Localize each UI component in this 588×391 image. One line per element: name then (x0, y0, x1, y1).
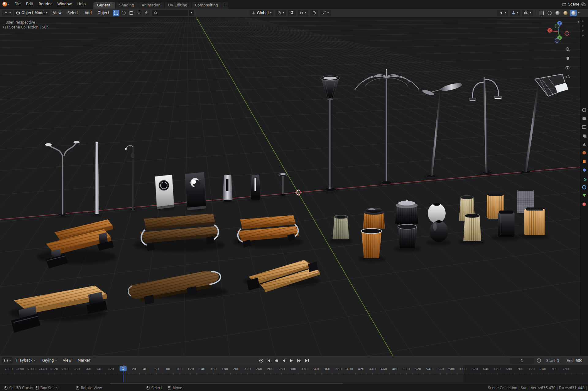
xray-toggle[interactable] (538, 10, 545, 16)
properties-tab-data-icon[interactable] (582, 194, 586, 198)
tool-select-box-button[interactable] (113, 10, 119, 16)
object-bench-curved-dark[interactable] (128, 271, 221, 305)
outliner-expand-icon[interactable]: ▸ (582, 19, 584, 22)
object-streetlamp-leaf[interactable] (422, 82, 463, 178)
shading-wireframe-button[interactable] (546, 10, 553, 16)
current-frame-indicator[interactable]: 1 (119, 366, 126, 371)
timeline-body[interactable]: -200-180-160-140-120-100-80-60-40-202040… (0, 365, 588, 385)
mode-dropdown[interactable]: Object Mode ▾ (14, 10, 50, 16)
timeline-editor-type-button[interactable]: ▾ (2, 357, 13, 364)
menu-object[interactable]: Object (95, 9, 112, 17)
properties-tab-view-layer-icon[interactable] (582, 134, 586, 138)
menu-marker[interactable]: Marker (75, 356, 93, 365)
object-lamp-column[interactable] (93, 142, 101, 215)
tool-select-lasso-button[interactable] (128, 10, 134, 16)
object-bollard-round[interactable] (279, 173, 287, 196)
properties-tab-scene-icon[interactable] (582, 142, 586, 146)
object-bin-dome-lid[interactable] (395, 200, 418, 224)
menu-select[interactable]: Select (65, 9, 81, 17)
object-lamp-thin-pole[interactable] (125, 145, 136, 211)
camera-view-icon[interactable] (565, 65, 570, 70)
menu-view-timeline[interactable]: View (60, 356, 74, 365)
tab-shading[interactable]: Shading (115, 2, 138, 9)
shading-material-button[interactable] (562, 10, 569, 16)
menu-edit[interactable]: Edit (23, 0, 36, 8)
shading-solid-button[interactable] (554, 10, 561, 16)
menu-playback[interactable]: Playback▾ (13, 356, 38, 365)
tool-transform-button[interactable] (143, 10, 150, 16)
timeline-scrollbar-thumb[interactable] (110, 383, 343, 384)
object-streetlamp-frame[interactable] (521, 74, 568, 173)
outliner-expand-icon[interactable]: ▸ (582, 24, 584, 27)
tool-select-circle-button[interactable] (120, 10, 127, 16)
properties-tab-modifiers-icon[interactable] (582, 168, 586, 172)
end-frame-field[interactable]: End600 (564, 358, 585, 364)
shading-rendered-button[interactable] (570, 10, 577, 16)
object-bollard-dark[interactable] (251, 175, 261, 200)
add-workspace-button[interactable]: + (222, 2, 228, 9)
menu-view[interactable]: View (51, 9, 64, 17)
zoom-tool-icon[interactable] (565, 47, 570, 52)
object-bin-lidded-wood[interactable] (363, 208, 385, 229)
play-button[interactable] (288, 358, 294, 363)
menu-help[interactable]: Help (74, 0, 88, 8)
snap-settings-dropdown[interactable]: ▾ (298, 10, 308, 16)
menu-keying[interactable]: Keying▾ (39, 356, 59, 365)
search-field[interactable] (152, 10, 188, 16)
object-bin-barrel-wood[interactable] (361, 229, 382, 258)
object-bin-fluted-tan-2[interactable] (463, 214, 481, 241)
snap-toggle-button[interactable] (288, 10, 296, 16)
tab-uv-editing[interactable]: UV Editing (164, 2, 191, 9)
overlays-dropdown[interactable]: ▾ (522, 10, 533, 16)
properties-tab-object-icon[interactable] (582, 159, 586, 163)
tab-general[interactable]: General (93, 2, 115, 9)
menu-render[interactable]: Render (36, 0, 55, 8)
properties-tab-physics-icon[interactable] (582, 185, 586, 189)
object-streetlamp-canopy[interactable] (355, 69, 419, 184)
object-bin-fluted-dark[interactable] (398, 224, 417, 248)
object-streetlamp-goblet[interactable] (321, 76, 340, 191)
object-bin-dark-box[interactable] (498, 211, 514, 237)
outliner-expand-icon[interactable]: ▸ (582, 29, 584, 32)
use-preview-range-icon[interactable] (537, 358, 541, 363)
viewport-3d[interactable]: User Perspective (1) Scene Collection | … (0, 17, 588, 356)
current-frame-field[interactable]: 1 (510, 358, 534, 364)
blender-menu-button[interactable]: ▾ (0, 2, 12, 6)
properties-tab-tool-icon[interactable] (582, 108, 586, 112)
gizmo-x-neg-axis[interactable] (565, 31, 569, 36)
object-bin-slat-box[interactable] (524, 207, 545, 235)
object-bin-egg-white[interactable] (428, 203, 446, 224)
proportional-falloff-dropdown[interactable]: ▾ (320, 10, 331, 16)
menu-add[interactable]: Add (82, 9, 94, 17)
scene-selector[interactable]: Scene (562, 2, 588, 6)
pivot-point-dropdown[interactable]: ▾ (275, 10, 286, 16)
search-options-button[interactable]: ▾ (189, 10, 194, 16)
chevron-down-icon[interactable]: ▾ (578, 12, 579, 14)
transform-orientation-dropdown[interactable]: Global ▾ (250, 10, 273, 16)
object-bollard-light[interactable] (223, 175, 232, 202)
object-bin-tapered[interactable] (333, 215, 349, 239)
menu-file[interactable]: File (12, 0, 23, 8)
play-reverse-button[interactable] (281, 358, 287, 363)
viewport-canvas[interactable] (0, 17, 588, 356)
object-sign-light[interactable] (155, 175, 174, 209)
jump-to-end-button[interactable] (304, 358, 310, 363)
tab-animation[interactable]: Animation (138, 2, 164, 9)
properties-tab-material-icon[interactable] (582, 202, 586, 206)
properties-tab-render-icon[interactable] (582, 116, 586, 120)
properties-tab-particles-icon[interactable] (582, 177, 586, 180)
next-keyframe-button[interactable] (296, 358, 302, 363)
object-bin-egg-black[interactable] (430, 220, 448, 242)
outliner-expand-icon[interactable]: ▸ (582, 34, 584, 37)
start-frame-field[interactable]: Start1 (544, 358, 562, 364)
properties-tab-world-icon[interactable] (582, 151, 586, 155)
navigation-gizmo[interactable]: X Y Z (545, 18, 572, 46)
search-input[interactable] (159, 11, 186, 15)
properties-tab-output-icon[interactable] (582, 125, 586, 129)
sidebar-collapse-icon[interactable]: ◂ (577, 20, 579, 23)
tool-cursor-button[interactable] (136, 10, 142, 16)
previous-keyframe-button[interactable] (273, 358, 279, 363)
timeline-tracks[interactable] (0, 374, 588, 382)
object-visibility-dropdown[interactable]: ▾ (497, 10, 508, 16)
pan-hand-icon[interactable] (565, 56, 570, 61)
